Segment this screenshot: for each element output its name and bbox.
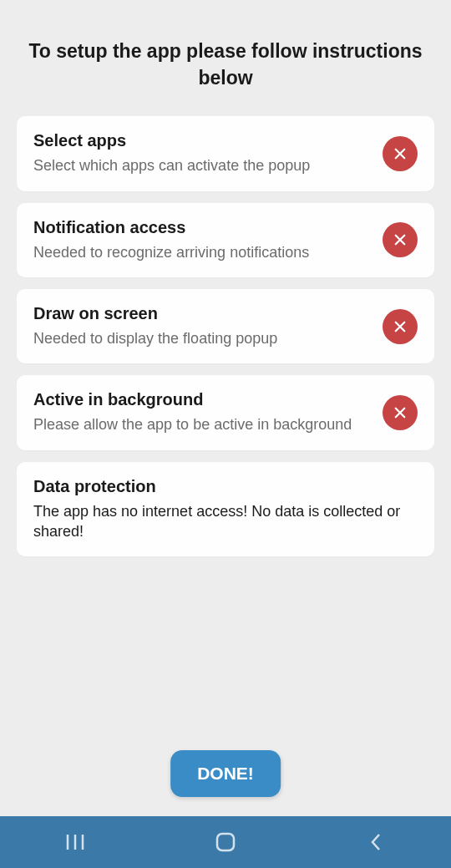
setup-cards-list: Select apps Select which apps can activa… bbox=[0, 116, 451, 556]
card-text: Notification access Needed to recognize … bbox=[33, 218, 369, 262]
card-active-background[interactable]: Active in background Please allow the ap… bbox=[17, 375, 434, 449]
home-button[interactable] bbox=[192, 825, 259, 859]
card-data-protection: Data protection The app has no internet … bbox=[17, 462, 434, 557]
recent-apps-button[interactable] bbox=[42, 825, 109, 859]
card-select-apps[interactable]: Select apps Select which apps can activa… bbox=[17, 116, 434, 190]
card-title: Data protection bbox=[33, 477, 418, 496]
card-desc: The app has no internet access! No data … bbox=[33, 501, 418, 542]
card-text: Active in background Please allow the ap… bbox=[33, 390, 369, 434]
page-title: To setup the app please follow instructi… bbox=[0, 0, 451, 116]
back-button[interactable] bbox=[342, 825, 409, 859]
close-icon bbox=[383, 222, 418, 257]
card-title: Draw on screen bbox=[33, 304, 369, 323]
system-navbar bbox=[0, 816, 451, 868]
card-desc: Needed to recognize arriving notificatio… bbox=[33, 242, 369, 262]
card-text: Draw on screen Needed to display the flo… bbox=[33, 304, 369, 348]
card-title: Active in background bbox=[33, 390, 369, 409]
card-desc: Select which apps can activate the popup bbox=[33, 155, 369, 175]
card-desc: Needed to display the floating popup bbox=[33, 328, 369, 348]
svg-rect-3 bbox=[217, 834, 234, 850]
card-text: Data protection The app has no internet … bbox=[33, 477, 418, 542]
card-draw-on-screen[interactable]: Draw on screen Needed to display the flo… bbox=[17, 289, 434, 363]
card-title: Select apps bbox=[33, 131, 369, 150]
close-icon bbox=[383, 395, 418, 430]
close-icon bbox=[383, 309, 418, 344]
card-title: Notification access bbox=[33, 218, 369, 237]
card-desc: Please allow the app to be active in bac… bbox=[33, 414, 369, 434]
card-notification-access[interactable]: Notification access Needed to recognize … bbox=[17, 203, 434, 277]
card-text: Select apps Select which apps can activa… bbox=[33, 131, 369, 175]
close-icon bbox=[383, 136, 418, 171]
done-button[interactable]: DONE! bbox=[170, 750, 281, 797]
